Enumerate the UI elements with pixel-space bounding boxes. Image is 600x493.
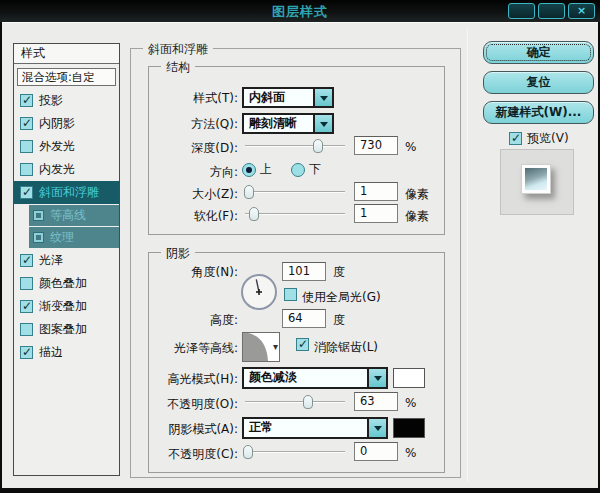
highlight-opacity-label: 不透明度(O): — [149, 396, 238, 413]
slider-thumb[interactable] — [244, 185, 254, 199]
chevron-down-icon[interactable]: ▾ — [273, 341, 278, 352]
ok-button[interactable]: 确定 — [483, 41, 594, 64]
depth-slider[interactable] — [245, 139, 345, 153]
slider-thumb[interactable] — [243, 445, 253, 459]
shadow-mode-label: 阴影模式(A): — [149, 421, 238, 438]
maximize-button[interactable] — [538, 3, 565, 19]
highlight-mode-label: 高光模式(H): — [149, 371, 238, 388]
sidebar-item-inner-glow[interactable]: 内发光 — [14, 158, 119, 181]
radio-unselected-icon[interactable] — [291, 163, 305, 177]
checkbox-checked-icon[interactable] — [20, 186, 33, 199]
sidebar-item-color-overlay[interactable]: 颜色叠加 — [14, 272, 119, 295]
sidebar-item-pattern-overlay[interactable]: 图案叠加 — [14, 318, 119, 341]
direction-up-radio[interactable]: 上 — [242, 161, 272, 178]
sidebar-item-satin[interactable]: 光泽 — [14, 249, 119, 272]
altitude-input[interactable]: 64 — [282, 309, 326, 328]
gloss-contour-picker[interactable]: ▾ — [242, 332, 280, 362]
chevron-down-icon[interactable] — [313, 89, 332, 106]
global-light-checkbox[interactable] — [284, 288, 297, 301]
sidebar-item-stroke[interactable]: 描边 — [14, 341, 119, 364]
direction-down-radio[interactable]: 下 — [291, 161, 321, 178]
preview-checkbox[interactable] — [509, 132, 522, 145]
direction-up-label: 上 — [260, 161, 272, 178]
checkbox-checked-icon[interactable] — [20, 346, 33, 359]
slider-thumb[interactable] — [249, 207, 259, 221]
shadow-opacity-unit: % — [405, 446, 416, 460]
checkbox-checked-icon[interactable] — [20, 117, 33, 130]
window-controls: × — [508, 3, 595, 19]
preview-gradient — [525, 168, 547, 190]
sidebar-item-blending-options[interactable]: 混合选项:自定 — [17, 68, 116, 86]
style-preview-thumbnail — [500, 149, 574, 215]
slider-thumb[interactable] — [313, 139, 323, 153]
sidebar-item-label: 渐变叠加 — [39, 298, 87, 315]
depth-input[interactable]: 730 — [354, 136, 398, 155]
soften-unit: 像素 — [405, 208, 429, 225]
sidebar-item-drop-shadow[interactable]: 投影 — [14, 89, 119, 112]
soften-slider[interactable] — [245, 207, 345, 221]
highlight-mode-dropdown[interactable]: 颜色减淡 — [242, 367, 388, 389]
angle-dial-needle-icon — [243, 276, 275, 308]
shading-group-title: 阴影 — [161, 245, 195, 262]
size-input[interactable]: 1 — [354, 182, 398, 201]
slider-track[interactable] — [245, 401, 345, 403]
technique-dropdown-value: 雕刻清晰 — [244, 115, 313, 132]
slider-track[interactable] — [245, 191, 345, 193]
highlight-mode-value: 颜色减淡 — [244, 369, 367, 387]
sidebar-item-contour[interactable]: 等高线 — [29, 205, 119, 226]
new-style-button[interactable]: 新建样式(W)... — [483, 101, 594, 124]
sidebar-item-label: 等高线 — [50, 207, 86, 224]
slider-track[interactable] — [245, 145, 345, 147]
sidebar-item-inner-shadow[interactable]: 内阴影 — [14, 112, 119, 135]
technique-dropdown[interactable]: 雕刻清晰 — [242, 113, 334, 134]
style-dropdown[interactable]: 内斜面 — [242, 87, 334, 108]
chevron-down-icon[interactable] — [313, 115, 332, 132]
checkbox-unchecked-icon[interactable] — [33, 232, 44, 243]
shadow-opacity-slider[interactable] — [245, 445, 345, 459]
shadow-opacity-input[interactable]: 0 — [354, 442, 398, 461]
checkbox-checked-icon[interactable] — [20, 300, 33, 313]
style-label: 样式(T): — [149, 90, 238, 107]
highlight-opacity-slider[interactable] — [245, 395, 345, 409]
radio-selected-icon[interactable] — [242, 163, 256, 177]
highlight-color-swatch[interactable] — [393, 368, 425, 388]
contour-curve-icon — [243, 333, 269, 361]
sidebar-item-texture[interactable]: 纹理 — [29, 227, 119, 248]
size-label: 大小(Z): — [149, 186, 238, 203]
soften-input[interactable]: 1 — [354, 204, 398, 223]
highlight-opacity-input[interactable]: 63 — [354, 392, 398, 411]
sidebar-item-label: 斜面和浮雕 — [39, 184, 99, 201]
shadow-mode-dropdown[interactable]: 正常 — [242, 417, 388, 439]
minimize-button[interactable] — [508, 3, 535, 19]
slider-thumb[interactable] — [303, 395, 313, 409]
style-dropdown-value: 内斜面 — [244, 89, 313, 106]
sidebar-item-outer-glow[interactable]: 外发光 — [14, 135, 119, 158]
gloss-contour-label: 光泽等高线: — [149, 340, 238, 357]
shadow-color-swatch[interactable] — [393, 418, 425, 438]
antialias-checkbox[interactable] — [296, 338, 309, 351]
angle-input[interactable]: 101 — [282, 262, 326, 281]
checkbox-unchecked-icon[interactable] — [20, 140, 33, 153]
structure-group: 结构 样式(T): 内斜面 方法(Q): 雕刻清晰 深度(D): 730 % 方… — [148, 66, 445, 235]
checkbox-checked-icon[interactable] — [20, 94, 33, 107]
checkbox-checked-icon[interactable] — [20, 254, 33, 267]
slider-track[interactable] — [245, 213, 345, 215]
sidebar-item-label: 投影 — [39, 92, 63, 109]
close-button[interactable]: × — [568, 3, 595, 19]
panel-title: 斜面和浮雕 — [143, 41, 213, 58]
checkbox-unchecked-icon[interactable] — [20, 323, 33, 336]
angle-dial[interactable] — [241, 274, 277, 310]
chevron-down-icon[interactable] — [367, 419, 386, 437]
chevron-down-icon[interactable] — [367, 369, 386, 387]
slider-track[interactable] — [245, 451, 345, 453]
preview-toggle[interactable]: 预览(V) — [509, 130, 569, 147]
checkbox-unchecked-icon[interactable] — [20, 277, 33, 290]
sidebar-item-gradient-overlay[interactable]: 渐变叠加 — [14, 295, 119, 318]
checkbox-unchecked-icon[interactable] — [20, 163, 33, 176]
angle-label: 角度(N): — [149, 264, 238, 281]
sidebar-item-bevel-emboss[interactable]: 斜面和浮雕 — [14, 181, 119, 204]
sidebar-header: 样式 — [14, 44, 119, 64]
size-slider[interactable] — [245, 185, 345, 199]
reset-button[interactable]: 复位 — [483, 71, 594, 94]
checkbox-unchecked-icon[interactable] — [33, 210, 44, 221]
